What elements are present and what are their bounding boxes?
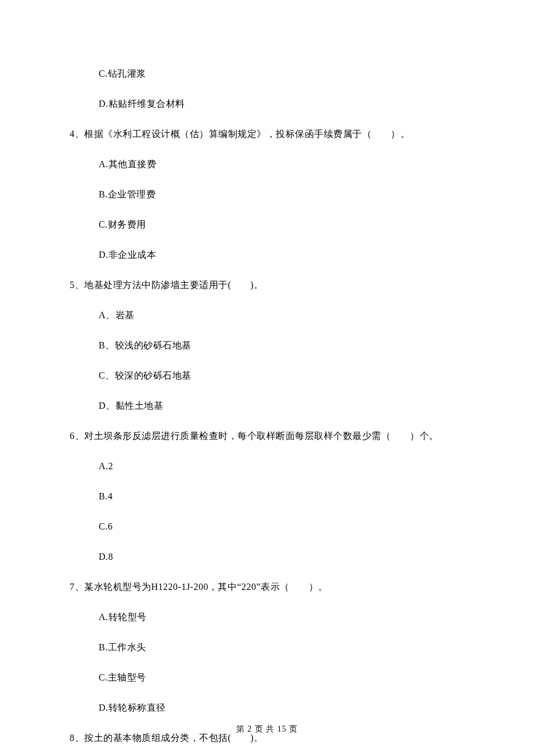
- page-content: C.钻孔灌浆 D.粘贴纤维复合材料 4、根据《水利工程设计概（估）算编制规定》，…: [0, 0, 534, 756]
- option-d: D.粘贴纤维复合材料: [99, 97, 464, 111]
- question-7-option-a: A.转轮型号: [99, 610, 464, 624]
- question-7-stem: 7、某水轮机型号为H1220-1J-200，其中“220”表示（ ）。: [70, 580, 464, 594]
- question-6-stem: 6、对土坝条形反滤层进行质量检查时，每个取样断面每层取样个数最少需（ ）个。: [70, 429, 464, 443]
- page-footer: 第 2 页 共 15 页: [0, 723, 534, 735]
- question-5-option-d: D、黏性土地基: [99, 399, 464, 413]
- question-6-option-c: C.6: [99, 520, 464, 534]
- question-6-option-b: B.4: [99, 489, 464, 503]
- question-7-option-d: D.转轮标称直径: [99, 701, 464, 715]
- question-6-option-d: D.8: [99, 550, 464, 564]
- question-6-option-a: A.2: [99, 459, 464, 473]
- question-4-option-b: B.企业管理费: [99, 188, 464, 201]
- question-7-option-b: B.工作水头: [99, 640, 464, 654]
- question-7-option-c: C.主轴型号: [99, 671, 464, 685]
- question-4-stem: 4、根据《水利工程设计概（估）算编制规定》，投标保函手续费属于（ ）。: [70, 127, 464, 141]
- question-5-stem: 5、地基处理方法中防渗墙主要适用于( )。: [70, 278, 464, 292]
- question-4-option-a: A.其他直接费: [99, 157, 464, 171]
- question-4-option-c: C.财务费用: [99, 218, 464, 232]
- question-5-option-c: C、较深的砂砾石地基: [99, 369, 464, 383]
- option-c: C.钻孔灌浆: [99, 67, 464, 81]
- question-4-option-d: D.非企业成本: [99, 248, 464, 262]
- question-5-option-a: A、岩基: [99, 308, 464, 322]
- question-5-option-b: B、较浅的砂砾石地基: [99, 339, 464, 352]
